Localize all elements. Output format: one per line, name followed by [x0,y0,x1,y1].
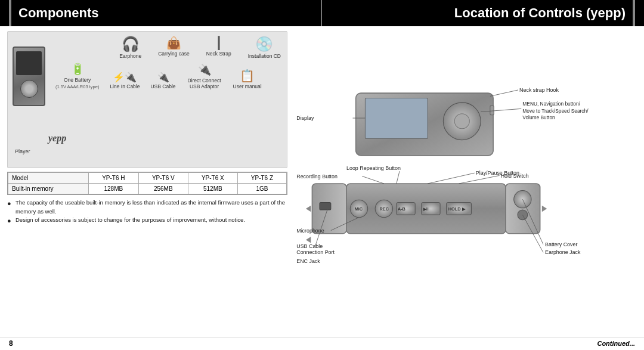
components-title: Components [18,5,98,21]
manual-label: User manual [233,83,262,89]
components-illustration: yepp Player 🎧 Earphone 👜 Carrying case ┃… [7,31,287,168]
notes-section: ● The capacity of the useable built-in m… [7,199,287,226]
table-header-row: Model YP-T6 H YP-T6 V YP-T6 X YP-T6 Z [8,173,287,184]
col-v-header: YP-T6 V [138,173,188,184]
player-device [13,47,45,106]
accessory-line-cable: ⚡🔌 Line In Cable [110,72,140,90]
strap-label: Neck Strap [206,51,231,57]
player-label: Player [15,148,30,154]
usb-adaptor-icon: 🔌 [198,64,211,76]
manual-icon: 📋 [240,69,255,82]
svg-line-6 [490,90,518,96]
svg-marker-27 [306,206,311,212]
player-wheel [20,80,38,98]
memory-v: 256MB [138,184,188,194]
player-screen [16,51,42,75]
col-model-header: Model [8,173,89,184]
earphone-icon: 🎧 [122,36,140,52]
menu-label-3: Volume Button [522,114,555,120]
note-2-text: Design of accessories is subject to chan… [16,216,245,226]
note-1: ● The capacity of the useable built-in m… [7,199,287,216]
accent-bar-right [633,0,635,26]
line-cable-icon: ⚡🔌 [113,72,137,83]
accessories-top-row: 🎧 Earphone 👜 Carrying case ┃ Neck Strap … [14,36,281,59]
cd-icon: 💿 [255,36,273,52]
recording-button-label: Recording Button [296,174,338,179]
strap-icon: ┃ [215,36,222,49]
battery-label: One Battery [64,77,91,83]
earphone-label: Earphone [119,53,141,59]
mic-label: MIC [355,206,363,212]
controls-title: Location of Controls (yepp) [454,5,626,21]
specs-table: Model YP-T6 H YP-T6 V YP-T6 X YP-T6 Z Bu… [8,172,287,194]
bullet-2: ● [7,216,13,226]
accessory-cd: 💿 Installation CD [248,36,281,59]
loop-button-label: Loop Repeating Button [346,165,401,171]
col-z-header: YP-T6 Z [237,173,286,184]
continued-text: Continued... [597,340,635,347]
svg-point-3 [454,114,469,129]
header: Components Location of Controls (yepp) [0,0,644,26]
case-icon: 👜 [166,36,181,49]
svg-line-19 [397,171,400,184]
table-memory-row: Built-in memory 128MB 256MB 512MB 1GB [8,184,287,194]
hold-switch-label: Hold Switch [501,173,529,179]
right-column: Display Neck strap Hook MENU, Navigation… [293,31,637,336]
svg-rect-4 [490,106,494,115]
cd-label: Installation CD [248,53,281,59]
yepp-brand: yepp [48,133,66,144]
svg-line-22 [362,176,384,184]
accessory-earphone: 🎧 Earphone [119,36,141,59]
hold-label: HOLD ▶ [448,206,466,212]
usb-adaptor-label: Direct Connect USB Adaptor [187,78,222,89]
battery-sublabel: (1.5V AAA/LR03 type) [55,84,99,89]
play-label: ▶II [423,206,429,212]
svg-line-21 [459,175,500,184]
menu-label-2: Move to Track/Speed Search/ [522,108,589,114]
controls-diagram: Display Neck strap Hook MENU, Navigation… [293,31,637,336]
ab-label: A-B [398,206,405,212]
bullet-1: ● [7,199,13,216]
enc-jack-label: ENC Jack [296,258,320,264]
header-right: Location of Controls (yepp) [322,0,644,26]
svg-point-17 [514,191,531,208]
display-label: Display [296,115,314,121]
accessory-battery: 🔋 One Battery (1.5V AAA/LR03 type) [55,64,99,89]
menu-label-1: MENU, Navigation button/ [522,101,580,107]
content-area: yepp Player 🎧 Earphone 👜 Carrying case ┃… [0,26,644,337]
page-number-left: 8 [9,339,13,348]
svg-marker-29 [542,206,547,212]
accent-bar-left [9,0,11,26]
note-1-text: The capacity of the useable built-in mem… [16,199,287,216]
svg-rect-1 [365,98,428,139]
case-label: Carrying case [158,51,189,57]
controls-svg: Display Neck strap Hook MENU, Navigation… [293,31,637,336]
accessory-usb-adaptor: 🔌 Direct Connect USB Adaptor [187,64,222,89]
svg-marker-28 [306,237,311,243]
accessory-strap: ┃ Neck Strap [206,36,231,59]
memory-x: 512MB [188,184,237,194]
svg-rect-9 [320,202,331,210]
rec-label: REC [380,206,389,212]
header-left: Components [0,0,322,26]
microphone-label: Microphone [296,228,324,234]
left-column: yepp Player 🎧 Earphone 👜 Carrying case ┃… [7,31,287,336]
usb-port-label: USB Cable [296,243,323,249]
note-2: ● Design of accessories is subject to ch… [7,216,287,226]
accessory-manual: 📋 User manual [233,69,262,89]
accessory-case: 👜 Carrying case [158,36,189,59]
memory-row-label: Built-in memory [8,184,89,194]
line-cable-label: Line In Cable [110,83,140,89]
memory-z: 1GB [237,184,286,194]
usb-cable-icon: 🔌 [157,72,169,83]
neck-strap-label: Neck strap Hook [519,87,559,93]
specs-table-container: Model YP-T6 H YP-T6 V YP-T6 X YP-T6 Z Bu… [7,172,287,195]
earphone-jack-label: Earphone Jack [545,249,581,255]
accessories-bottom-row: 🔋 One Battery (1.5V AAA/LR03 type) ⚡🔌 Li… [14,64,281,89]
usb-port-label2: Connection Port [296,249,335,255]
col-h-header: YP-T6 H [88,173,138,184]
accessory-usb-cable: 🔌 USB Cable [150,72,175,90]
memory-h: 128MB [88,184,138,194]
page-footer: 8 Continued... [0,337,644,350]
col-x-header: YP-T6 X [188,173,237,184]
